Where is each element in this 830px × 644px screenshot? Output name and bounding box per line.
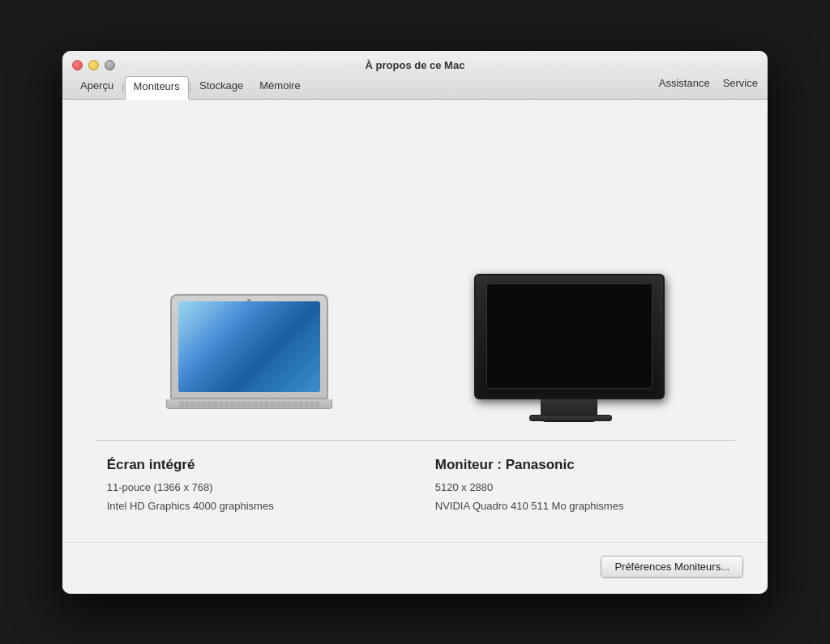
service-link[interactable]: Service (723, 77, 758, 91)
macbook-keyboard (179, 401, 319, 407)
info-row: Écran intégré 11-pouce (1366 x 768) Inte… (95, 457, 735, 518)
tab-moniteurs[interactable]: Moniteurs (125, 76, 189, 100)
traffic-lights (72, 60, 115, 70)
tab-apercu[interactable]: Aperçu (72, 76, 122, 99)
tab-stockage[interactable]: Stockage (191, 76, 251, 99)
assistance-link[interactable]: Assistance (659, 77, 710, 91)
maximize-button[interactable] (105, 60, 115, 70)
toolbar: Aperçu | Moniteurs | Stockage Mémoire As… (72, 76, 758, 99)
macbook-column (168, 294, 330, 424)
tv-screen (486, 284, 652, 389)
titlebar-top: À propos de ce Mac (72, 59, 758, 71)
macbook-base (166, 399, 332, 409)
integrated-display-info: Écran intégré 11-pouce (1366 x 768) Inte… (107, 457, 396, 518)
panasonic-display-spec1: 5120 x 2880 (435, 480, 724, 496)
macbook-illustration (168, 294, 330, 424)
preferences-monitors-button[interactable]: Préférences Moniteurs... (601, 556, 743, 578)
macbook-lid (170, 294, 328, 399)
panasonic-display-name: Moniteur : Panasonic (435, 457, 724, 473)
divider (95, 440, 735, 441)
integrated-display-spec1: 11-pouce (1366 x 768) (107, 480, 396, 496)
tv-column (476, 274, 662, 424)
toolbar-right: Assistance Service (659, 77, 758, 94)
tv-illustration (476, 274, 662, 424)
toolbar-tabs: Aperçu | Moniteurs | Stockage Mémoire (72, 76, 309, 99)
panasonic-display-info: Moniteur : Panasonic 5120 x 2880 NVIDIA … (435, 457, 724, 518)
tv-stand (541, 399, 597, 422)
integrated-display-name: Écran intégré (107, 457, 396, 473)
monitors-row (95, 124, 735, 440)
integrated-display-spec2: Intel HD Graphics 4000 graphismes (107, 498, 396, 514)
content-area: Écran intégré 11-pouce (1366 x 768) Inte… (62, 100, 768, 542)
tab-memoire[interactable]: Mémoire (251, 76, 309, 99)
window-title: À propos de ce Mac (366, 59, 465, 71)
macbook-screen (178, 301, 320, 392)
bottom-bar: Préférences Moniteurs... (62, 542, 768, 594)
close-button[interactable] (72, 60, 83, 70)
tv-body (474, 274, 665, 399)
minimize-button[interactable] (88, 60, 99, 70)
titlebar: À propos de ce Mac Aperçu | Moniteurs | … (62, 51, 768, 100)
about-mac-window: À propos de ce Mac Aperçu | Moniteurs | … (62, 51, 768, 594)
panasonic-display-spec2: NVIDIA Quadro 410 511 Mo graphismes (435, 498, 724, 514)
